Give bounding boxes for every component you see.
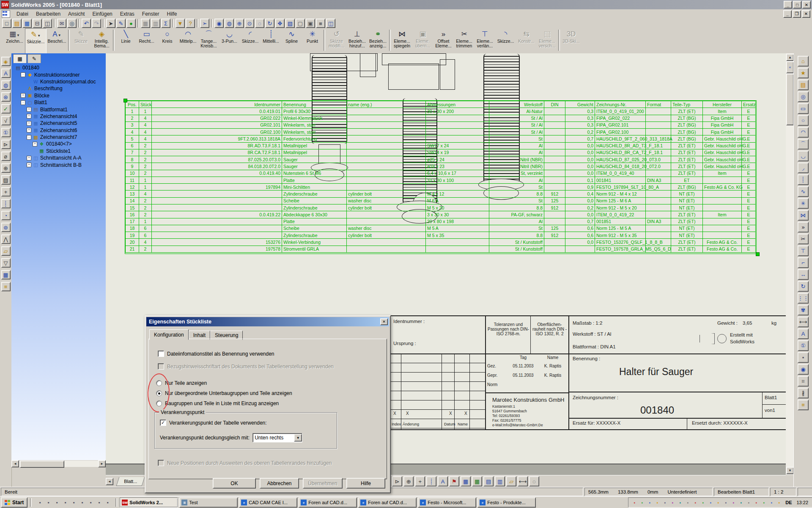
mirror-icon[interactable]: ⋈ — [798, 210, 809, 221]
toolbar-button-mittelp-[interactable]: ◠Mittelp... — [178, 28, 198, 53]
feature-manager-tab[interactable]: ▦ — [13, 54, 27, 63]
tree-item-zeichenansicht4[interactable]: +▦Zeichenansicht4 — [11, 113, 106, 120]
hilfe-button[interactable]: Hilfe — [346, 478, 385, 489]
detail-icon[interactable]: ◉ — [798, 364, 809, 375]
dropdown-arrow-icon[interactable]: ▼ — [16, 33, 20, 37]
hole-table-icon[interactable]: ▤ — [483, 476, 494, 486]
safely-remove-icon[interactable]: ▪ — [776, 499, 782, 506]
block-icon[interactable]: ▱ — [506, 476, 516, 486]
toolbar-button-kreis[interactable]: ○Kreis — [157, 28, 178, 53]
toolbar-button-bezieh-[interactable]: ⚭Bezieh...anzeig... — [368, 28, 388, 53]
start-button[interactable]: Start — [1, 497, 27, 508]
select-other-icon[interactable]: ➣ — [200, 19, 209, 28]
pan-icon[interactable]: ✥ — [275, 19, 285, 28]
select-icon[interactable]: ➤ — [106, 19, 115, 28]
move-icon[interactable]: ↔ — [798, 269, 809, 280]
battery-icon[interactable]: ▪ — [692, 499, 699, 506]
outlook-icon[interactable]: ▪ — [44, 499, 52, 506]
task-foren-auf-cad-d-[interactable]: eForen auf CAD.d... — [358, 497, 417, 508]
maximize-button[interactable]: □ — [793, 1, 801, 8]
menu-item-hilfe[interactable]: Hilfe — [163, 10, 181, 18]
expand-icon[interactable]: + — [27, 156, 31, 160]
note-icon[interactable]: A — [438, 476, 448, 486]
child-minimize-button[interactable]: _ — [783, 10, 792, 18]
centerline-icon[interactable]: ┊ — [426, 476, 436, 486]
note-icon[interactable]: A — [1, 69, 11, 78]
toolbar-button-eleme-[interactable]: ⊤Eleme...verlän... — [475, 28, 495, 53]
expand-icon[interactable]: + — [27, 107, 31, 112]
note-icon[interactable]: A — [798, 329, 809, 339]
collapse-icon[interactable]: - — [27, 135, 31, 140]
bom-icon[interactable]: ▦ — [472, 476, 482, 486]
printer-icon[interactable]: ▪ — [661, 499, 668, 506]
zoom-in-out-icon[interactable]: ⊕ — [235, 19, 244, 28]
tree-item-schnittansicht-a-a[interactable]: +◫Schnittansicht A-A — [11, 155, 106, 161]
print-icon[interactable]: ⊟ — [33, 19, 42, 28]
table-grid-icon[interactable]: ▦ — [141, 19, 150, 28]
scroll-down-icon[interactable]: ▼ — [786, 467, 794, 474]
layer-icon[interactable]: ≡ — [798, 400, 809, 410]
home-icon[interactable]: ⌂ — [798, 56, 809, 66]
abbrechen-button[interactable]: Abbrechen — [260, 478, 299, 489]
tree-item-zeichenansicht6[interactable]: +▦Zeichenansicht6 — [11, 127, 106, 134]
property-manager-tab[interactable]: ✎ — [27, 54, 41, 63]
document-icon[interactable] — [2, 10, 10, 18]
menu-item-extras[interactable]: Extras — [116, 10, 138, 18]
cosmetic-thread-icon[interactable]: ◌ — [529, 476, 539, 486]
folder-icon[interactable]: ▤ — [798, 80, 809, 90]
scroll-left-icon[interactable]: ◄ — [11, 460, 19, 467]
expand-icon[interactable]: + — [27, 128, 31, 133]
tree-item-schnittansicht-b-b[interactable]: +◫Schnittansicht B-B — [11, 161, 106, 168]
update-icon[interactable]: ▪ — [669, 499, 676, 506]
filter-icon[interactable]: ▼ — [176, 19, 185, 28]
anchor-checkbox-box[interactable]: ✓ — [160, 420, 166, 426]
toolbar-button-mittelli-[interactable]: ┊Mittelli... — [261, 28, 281, 53]
child-restore-button[interactable]: ❐ — [793, 10, 801, 18]
menu-item-datei[interactable]: Datei — [13, 10, 32, 18]
acrobat-icon[interactable]: ▪ — [95, 499, 103, 506]
collapse-icon[interactable]: - — [21, 100, 25, 105]
geometric-tolerance-icon[interactable]: ⊕ — [403, 476, 414, 486]
menu-item-ansicht[interactable]: Ansicht — [64, 10, 88, 18]
firewall-icon[interactable]: ▪ — [707, 499, 714, 506]
zoom-window-icon[interactable]: ◍ — [1, 80, 11, 90]
tree-item-zeichenansicht5[interactable]: +▦Zeichenansicht5 — [11, 120, 106, 127]
zoom-selection-icon[interactable]: ◌ — [255, 19, 264, 28]
modem-icon[interactable]: ▪ — [768, 499, 775, 506]
tree-scroll-thumb[interactable] — [20, 461, 64, 468]
flag-icon[interactable]: ⚑ — [449, 476, 459, 486]
expand-icon[interactable]: + — [21, 93, 25, 98]
toolbar-button-skizze-[interactable]: ◜Skizze... — [240, 28, 261, 53]
extend-icon[interactable]: ⊤ — [798, 246, 809, 256]
task-festo-microsoft-[interactable]: eFesto - Microsoft... — [418, 497, 476, 508]
scroll-up-icon[interactable]: ▲ — [786, 54, 794, 61]
excel-icon[interactable]: ▪ — [78, 499, 86, 506]
tree-item-konstruktionsjournal.doc[interactable]: WKonstruktionsjournal.doc — [11, 78, 106, 85]
geometric-tolerance-icon[interactable]: ⊕ — [1, 163, 11, 173]
weld-symbol-icon[interactable]: ⋀ — [1, 235, 11, 244]
checkbox-row-title[interactable]: Dateiinfomationstitel als Benennung verw… — [158, 351, 274, 357]
network-icon[interactable]: ▪ — [639, 499, 645, 506]
convert-icon[interactable]: ⌐ — [798, 257, 809, 268]
collapse-icon[interactable]: - — [21, 72, 25, 77]
centerline-icon[interactable]: ┊ — [798, 174, 809, 185]
vertical-scrollbar[interactable]: ▲ « ▼ — [786, 53, 793, 475]
dimension-icon[interactable]: ⟷ — [518, 476, 528, 486]
undo-icon[interactable]: ↶ — [82, 19, 91, 28]
toolbar-button-zeichn-[interactable]: ▦▼Zeichn... — [4, 28, 25, 53]
tree-item-blöcke[interactable]: +▣Blöcke — [11, 92, 106, 99]
center-mark-icon[interactable]: + — [1, 187, 11, 196]
dialog-title-bar[interactable]: Eigenschaften Stückliste ✕ — [146, 317, 389, 326]
resize-grip[interactable] — [798, 488, 812, 496]
centerpoint-arc-icon[interactable]: ◠ — [798, 127, 809, 138]
zoom-fit-icon[interactable]: ◉ — [214, 19, 224, 28]
point-icon[interactable]: ✳ — [798, 198, 809, 209]
toolbar-button-offset[interactable]: »OffsetEleme... — [433, 28, 454, 53]
checkbox-title-box[interactable] — [158, 351, 164, 357]
graphics-icon[interactable]: ▪ — [654, 499, 661, 506]
minimize-button[interactable]: _ — [784, 1, 792, 8]
shaded-icon[interactable]: ■ — [316, 19, 325, 28]
table-grid2-icon[interactable]: ▥ — [151, 19, 160, 28]
anchor-position-select[interactable]: Unten rechts ▼ — [252, 433, 302, 442]
child-close-button[interactable]: ✕ — [802, 10, 810, 18]
